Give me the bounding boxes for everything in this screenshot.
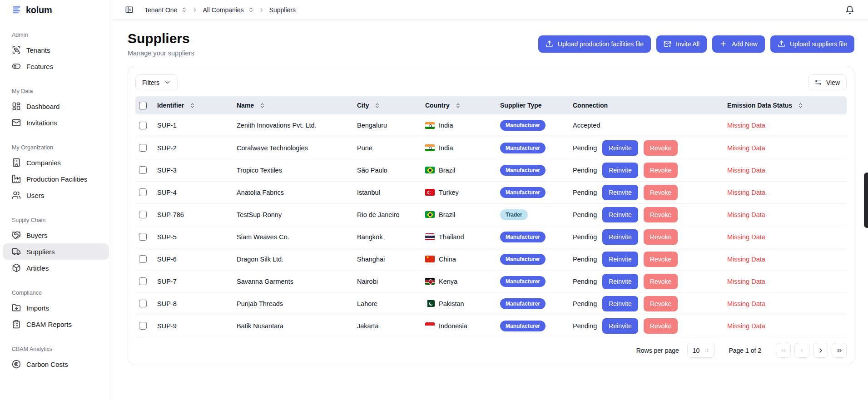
sidebar-item-users[interactable]: Users — [3, 187, 109, 203]
reinvite-button[interactable]: Reinvite — [602, 252, 638, 267]
vertical-scrollbar-thumb[interactable] — [864, 173, 868, 228]
revoke-button[interactable]: Revoke — [644, 140, 678, 156]
identifier-value: SUP-4 — [157, 189, 177, 196]
column-header-emission-data-status[interactable]: Emission Data Status — [724, 96, 847, 114]
row-checkbox[interactable] — [139, 166, 147, 174]
reinvite-button[interactable]: Reinvite — [602, 318, 638, 334]
chevron-left-icon — [799, 347, 806, 354]
breadcrumb-item-suppliers[interactable]: Suppliers — [269, 6, 296, 14]
revoke-button[interactable]: Revoke — [644, 274, 678, 289]
sidebar-item-label: Dashboard — [26, 103, 60, 110]
sidebar-item-features[interactable]: Features — [3, 58, 109, 74]
country-name: China — [439, 256, 456, 263]
table-row: SUP-786TestSup-RonnyRio de JaneiroBrazil… — [135, 203, 847, 226]
sort-icon — [259, 103, 265, 109]
row-checkbox[interactable] — [139, 300, 147, 307]
reinvite-button[interactable]: Reinvite — [602, 207, 638, 222]
row-checkbox[interactable] — [139, 255, 147, 263]
revoke-button[interactable]: Revoke — [644, 185, 678, 200]
view-button[interactable]: View — [808, 74, 847, 90]
breadcrumb-item-tenant-one[interactable]: Tenant One — [144, 6, 187, 14]
filters-button[interactable]: Filters — [135, 74, 178, 90]
sidebar-item-invitations[interactable]: Invitations — [3, 114, 109, 131]
identifier-cell: SUP-9 — [154, 315, 233, 337]
invite-all-button[interactable]: Invite All — [656, 35, 707, 53]
rows-per-page-select[interactable]: 10 — [687, 343, 715, 358]
button-label: Invite All — [676, 40, 699, 48]
previous-page-button[interactable] — [794, 343, 809, 358]
last-page-button[interactable] — [832, 343, 847, 358]
row-checkbox[interactable] — [139, 188, 147, 196]
add-new-button[interactable]: Add New — [712, 35, 765, 53]
first-page-button[interactable] — [776, 343, 791, 358]
reinvite-button[interactable]: Reinvite — [602, 163, 638, 178]
next-page-button[interactable] — [813, 343, 828, 358]
city-cell: Shanghai — [353, 248, 422, 270]
revoke-button[interactable]: Revoke — [644, 318, 678, 334]
row-select-cell — [135, 248, 154, 270]
column-label: Emission Data Status — [727, 102, 792, 109]
country-cell: Brazil — [422, 159, 496, 181]
sidebar-item-production-facilities[interactable]: Production Facilities — [3, 171, 109, 187]
identifier-value: SUP-9 — [157, 322, 177, 330]
column-header-city[interactable]: City — [353, 96, 422, 114]
supplier-type-badge: Manufacturer — [500, 254, 546, 265]
revoke-button[interactable]: Revoke — [644, 163, 678, 178]
brand[interactable]: kolum — [0, 0, 112, 20]
row-checkbox[interactable] — [139, 144, 147, 152]
upload-production-facilities-file-button[interactable]: Upload production facilities file — [538, 35, 651, 53]
column-header-country[interactable]: Country — [422, 96, 496, 114]
row-checkbox[interactable] — [139, 322, 147, 330]
reinvite-button[interactable]: Reinvite — [602, 296, 638, 311]
sidebar-item-tenants[interactable]: Tenants — [3, 42, 109, 58]
name-cell: Dragon Silk Ltd. — [233, 248, 353, 270]
breadcrumb-item-all-companies[interactable]: All Companies — [203, 6, 253, 14]
th-flag-icon — [425, 233, 435, 240]
sidebar-item-companies[interactable]: Companies — [3, 154, 109, 171]
city-cell: Rio de Janeiro — [353, 203, 422, 226]
identifier-value: SUP-6 — [157, 256, 177, 263]
column-header-identifier[interactable]: Identifier — [154, 96, 233, 114]
select-all-checkbox[interactable] — [139, 102, 147, 109]
page-status: Page 1 of 2 — [729, 347, 761, 354]
column-header-connection: Connection — [569, 96, 724, 114]
sidebar-item-cbam-reports[interactable]: CBAM Reports — [3, 316, 109, 332]
ke-flag-icon — [425, 278, 435, 285]
table-body: SUP-1Zenith Innovations Pvt. Ltd.Bengalu… — [135, 114, 847, 337]
country-cell: Brazil — [422, 203, 496, 226]
supplier-type-cell: Manufacturer — [496, 270, 569, 292]
sidebar-item-imports[interactable]: Imports — [3, 300, 109, 316]
column-label: Supplier Type — [500, 102, 542, 109]
column-header-name[interactable]: Name — [233, 96, 353, 114]
notifications-button[interactable] — [845, 5, 854, 15]
country-cell: Indonesia — [422, 315, 496, 337]
reinvite-button[interactable]: Reinvite — [602, 229, 638, 245]
sidebar-item-suppliers[interactable]: Suppliers — [3, 243, 109, 260]
row-checkbox[interactable] — [139, 122, 147, 129]
emission-data-status-cell: Missing Data — [724, 248, 847, 270]
sidebar-item-articles[interactable]: Articles — [3, 260, 109, 276]
supplier-type-badge: Manufacturer — [500, 187, 546, 198]
supplier-type-badge: Manufacturer — [500, 298, 546, 309]
chevrons-up-down-icon — [704, 348, 709, 353]
revoke-button[interactable]: Revoke — [644, 252, 678, 267]
revoke-button[interactable]: Revoke — [644, 207, 678, 222]
reinvite-button[interactable]: Reinvite — [602, 140, 638, 156]
name-cell: TestSup-Ronny — [233, 203, 353, 226]
reinvite-button[interactable]: Reinvite — [602, 274, 638, 289]
sidebar-item-dashboard[interactable]: Dashboard — [3, 98, 109, 114]
clipboard-icon — [12, 320, 21, 329]
row-checkbox[interactable] — [139, 277, 147, 285]
sidebar-toggle-button[interactable] — [125, 5, 134, 14]
sidebar-item-carbon-costs[interactable]: Carbon Costs — [3, 356, 109, 372]
header-actions: Upload production facilities fileInvite … — [538, 35, 854, 53]
reinvite-button[interactable]: Reinvite — [602, 185, 638, 200]
row-checkbox[interactable] — [139, 211, 147, 218]
upload-suppliers-file-button[interactable]: Upload suppliers file — [770, 35, 854, 53]
revoke-button[interactable]: Revoke — [644, 229, 678, 245]
sidebar-section-compliance: ComplianceImportsCBAM Reports — [0, 290, 112, 332]
identifier-value: SUP-786 — [157, 211, 184, 218]
revoke-button[interactable]: Revoke — [644, 296, 678, 311]
row-checkbox[interactable] — [139, 233, 147, 241]
sidebar-item-buyers[interactable]: Buyers — [3, 227, 109, 243]
